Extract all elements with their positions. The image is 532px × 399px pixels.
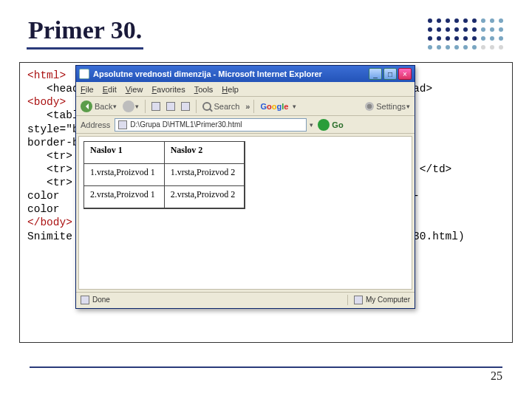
svg-point-24 [481,36,485,41]
svg-point-15 [454,36,459,41]
svg-point-16 [463,36,468,41]
ie-window: Apsolutne vrednosti dimenzija - Microsof… [75,65,415,309]
status-zone-label: My Computer [366,296,410,304]
search-button[interactable]: Search [202,102,239,111]
svg-point-32 [472,45,477,50]
maximize-button[interactable]: □ [383,68,397,80]
svg-point-21 [481,27,485,32]
toolbar-separator [253,100,254,113]
svg-point-7 [437,27,441,32]
decorative-dots [426,16,507,58]
close-button[interactable]: × [398,68,412,80]
svg-point-6 [428,27,432,32]
table-cell: 2.vrsta,Proizvod 1 [84,186,165,208]
chevron-down-icon[interactable]: ▾ [293,103,296,110]
svg-point-4 [463,18,468,23]
svg-point-29 [446,45,450,50]
svg-point-35 [499,45,503,50]
back-label: Back [95,102,112,111]
toolbar-separator [145,100,146,113]
title-row: Primer 30. [19,13,513,58]
svg-point-31 [463,45,468,50]
chevron-down-icon[interactable]: ▾ [310,121,313,129]
toolbar-separator [196,100,197,113]
toolbar-overflow-icon[interactable]: » [245,102,248,111]
table-header: Naslov 1 [84,142,165,164]
svg-point-25 [490,36,494,41]
code-tag: <body> [27,96,66,108]
status-zone: My Computer [354,296,410,304]
status-bar: Done My Computer [76,292,415,307]
svg-point-11 [472,27,477,32]
code-tag: </body> [27,216,72,228]
svg-point-2 [446,18,450,23]
chevron-down-icon: ▾ [135,103,139,110]
svg-point-33 [481,45,485,50]
menu-tools[interactable]: Tools [194,85,214,94]
minimize-button[interactable]: _ [369,68,382,80]
refresh-icon [166,102,175,111]
table-row: 1.vrsta,Proizvod 1 1.vrsta,Proizvod 2 [84,164,245,186]
refresh-button[interactable] [166,102,175,111]
forward-arrow-icon [123,100,134,112]
svg-point-27 [428,45,432,50]
status-done-label: Done [92,296,110,304]
ie-icon [79,69,89,79]
svg-point-9 [454,27,459,32]
table-row: 2.vrsta,Proizvod 1 2.vrsta,Proizvod 2 [84,186,245,208]
svg-point-0 [428,18,432,23]
slide-title: Primer 30. [27,16,143,50]
page-icon [81,296,89,304]
go-arrow-icon [318,119,330,131]
table-header: Naslov 2 [165,142,245,164]
google-toolbar-logo[interactable]: Google [260,102,288,111]
svg-point-30 [454,45,459,50]
svg-point-19 [490,18,494,23]
chevron-down-icon: ▾ [406,103,410,110]
forward-button[interactable]: ▾ [123,100,139,112]
footer-rule [30,366,502,368]
svg-point-13 [437,36,441,41]
menu-help[interactable]: Help [222,85,239,94]
svg-point-22 [490,27,494,32]
go-button[interactable]: Go [318,119,343,131]
menu-view[interactable]: View [126,85,143,94]
address-value: D:\Grupa D\HTML1\Primer30.html [130,120,242,129]
table-cell: 1.vrsta,Proizvod 2 [165,164,245,186]
table-row: Naslov 1 Naslov 2 [84,142,245,164]
chevron-down-icon: ▾ [113,103,117,110]
toolbar: Back ▾ ▾ Search » Google ▾ Settings ▾ [76,97,415,116]
back-button[interactable]: Back ▾ [81,100,117,112]
svg-point-14 [446,36,450,41]
home-button[interactable] [181,102,190,111]
svg-point-5 [472,18,477,23]
menu-edit[interactable]: Edit [103,85,117,94]
status-done: Done [81,296,110,304]
window-buttons: _ □ × [369,68,412,80]
example-table: Naslov 1 Naslov 2 1.vrsta,Proizvod 1 1.v… [83,141,245,209]
table-cell: 2.vrsta,Proizvod 2 [165,186,245,208]
window-titlebar[interactable]: Apsolutne vrednosti dimenzija - Microsof… [76,66,415,82]
svg-point-8 [446,27,450,32]
menu-bar: File Edit View Favorites Tools Help [76,82,415,97]
page-icon [118,120,127,129]
stop-button[interactable] [151,102,160,111]
settings-button[interactable]: Settings ▾ [365,102,410,111]
svg-point-10 [463,27,468,32]
address-label: Address [81,120,110,129]
search-label: Search [214,102,239,111]
gear-icon [365,102,374,111]
home-icon [181,102,190,111]
search-icon [202,102,211,111]
svg-point-18 [481,18,485,23]
svg-point-3 [454,18,459,23]
svg-point-12 [428,36,432,41]
svg-point-26 [499,36,503,41]
menu-favorites[interactable]: Favorites [151,85,185,94]
svg-point-20 [499,18,503,23]
address-input[interactable]: D:\Grupa D\HTML1\Primer30.html [115,118,307,132]
menu-file[interactable]: File [81,85,94,94]
svg-point-17 [472,36,477,41]
back-arrow-icon [81,100,92,112]
svg-point-1 [437,18,441,23]
